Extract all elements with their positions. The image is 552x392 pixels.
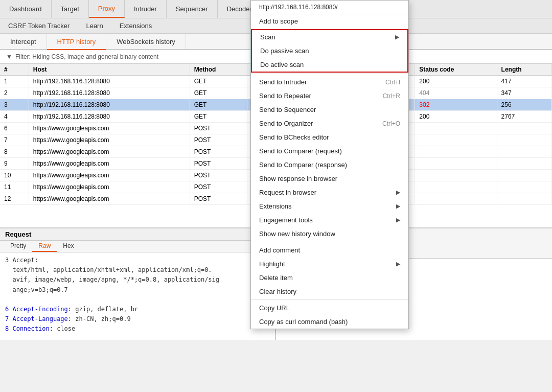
cm-send-comparer-req[interactable]: Send to Comparer (request) [251, 144, 408, 158]
cm-send-repeater[interactable]: Send to Repeater Ctrl+R [251, 89, 408, 103]
cm-ext-arrow: ▶ [396, 203, 400, 210]
cm-intruder-shortcut: Ctrl+I [385, 79, 400, 86]
cm-engagement-tools[interactable]: Engagement tools ▶ [251, 213, 408, 227]
cm-eng-arrow: ▶ [396, 217, 400, 223]
cm-scan-arrow: ▶ [395, 34, 399, 40]
cm-send-sequencer[interactable]: Send to Sequencer [251, 103, 408, 117]
cm-divider-2 [251, 242, 408, 242]
cm-url[interactable]: http://192.168.116.128:8080/ [251, 1, 408, 14]
cm-show-history-window[interactable]: Show new history window [251, 227, 408, 241]
cm-send-organizer[interactable]: Send to Organizer Ctrl+O [251, 117, 408, 130]
cm-delete-item[interactable]: Delete item [251, 271, 408, 285]
cm-extensions[interactable]: Extensions ▶ [251, 199, 408, 213]
cm-do-active-scan[interactable]: Do active scan [252, 58, 407, 72]
cm-request-in-browser[interactable]: Request in browser ▶ [251, 186, 408, 199]
cm-repeater-shortcut: Ctrl+R [383, 93, 400, 100]
cm-highlight-arrow: ▶ [396, 261, 400, 267]
cm-add-comment[interactable]: Add comment [251, 243, 408, 257]
cm-divider-3 [251, 299, 408, 300]
cm-send-intruder[interactable]: Send to Intruder Ctrl+I [251, 75, 408, 89]
cm-copy-url[interactable]: Copy URL [251, 301, 408, 315]
cm-add-to-scope[interactable]: Add to scope [251, 14, 408, 28]
cm-divider-1 [251, 74, 408, 74]
cm-clear-history[interactable]: Clear history [251, 285, 408, 298]
cm-highlight[interactable]: Highlight ▶ [251, 257, 408, 271]
cm-show-in-browser[interactable]: Show response in browser [251, 172, 408, 186]
cm-organizer-shortcut: Ctrl+O [382, 120, 400, 127]
cm-send-bchecks[interactable]: Send to BChecks editor [251, 130, 408, 144]
cm-rib-arrow: ▶ [396, 189, 400, 196]
cm-send-comparer-res[interactable]: Send to Comparer (response) [251, 158, 408, 172]
cm-scan[interactable]: Scan ▶ [252, 30, 407, 44]
cm-copy-curl[interactable]: Copy as curl command (bash) [251, 315, 408, 329]
context-menu: http://192.168.116.128:8080/ Add to scop… [250, 0, 409, 329]
context-menu-overlay[interactable]: http://192.168.116.128:8080/ Add to scop… [0, 0, 552, 392]
cm-do-passive-scan[interactable]: Do passive scan [252, 44, 407, 58]
